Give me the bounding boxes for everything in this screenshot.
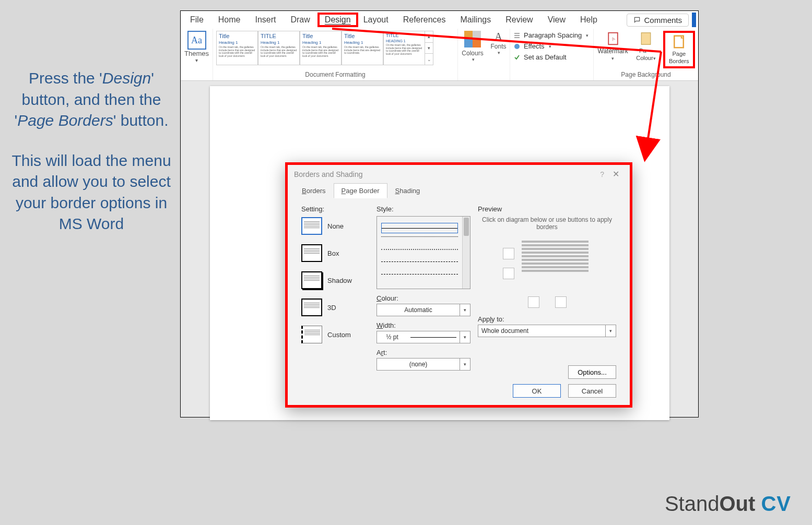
comments-button[interactable]: Comments [627,14,689,27]
page-colour-button[interactable]: Page Colour▾ [630,31,662,61]
dialog-tab-page-border[interactable]: Page Border [334,183,387,198]
tab-layout[interactable]: Layout [356,13,396,27]
page-colour-icon [638,31,654,46]
watermark-icon: A [605,31,621,46]
dialog-titlebar: Borders and Shading ? ✕ [288,165,630,183]
preview-page[interactable] [519,235,592,292]
style-thumb[interactable]: TitleHeading 1On the insert tab, the gal… [216,31,258,65]
style-thumb[interactable]: TitleHeading 1On the insert tab, the gal… [300,31,342,65]
options-button[interactable]: Options... [568,365,616,379]
help-icon[interactable]: ? [596,170,608,178]
style-column: Style: Colour: Automatic▾ Width: ½ pt▾ A… [376,205,470,388]
style-thumb[interactable]: TITLEHEADING 1On the insert tab, the gal… [383,31,425,65]
scrollbar[interactable] [462,217,470,289]
preview-hint: Click on diagram below or use buttons to… [478,216,616,231]
doc-format-label: Document Formatting [216,70,454,78]
page-bg-label: Page Background [597,70,695,78]
tab-help[interactable]: Help [573,13,605,27]
close-icon[interactable]: ✕ [608,169,623,179]
effects-button[interactable]: Effects▾ [512,41,591,52]
watermark-button[interactable]: A Watermark▾ [597,31,629,61]
tab-home[interactable]: Home [211,13,248,27]
page-borders-button[interactable]: Page Borders [663,31,695,68]
style-thumb[interactable]: TitleHeading 1On the insert tab, the gal… [342,31,383,65]
gallery-nav[interactable]: ▴▾⌄ [425,31,433,65]
instruction-text: Press the 'Design' button, and then the … [10,68,172,235]
colours-icon [464,31,481,47]
tab-file[interactable]: File [183,13,211,27]
colours-button[interactable]: Colours ▾ [458,29,487,80]
style-listbox[interactable] [376,216,470,289]
tab-insert[interactable]: Insert [248,13,283,27]
svg-point-0 [514,44,520,49]
comment-icon [633,16,641,23]
style-gallery[interactable]: TitleHeading 1On the insert tab, the gal… [216,31,454,65]
ribbon-tab-strip: File Home Insert Draw Design Layout Refe… [181,11,698,29]
word-window: File Home Insert Draw Design Layout Refe… [180,10,699,417]
tab-draw[interactable]: Draw [283,13,317,27]
fonts-button[interactable]: A Fonts ▾ [487,29,510,80]
dialog-tab-borders[interactable]: Borders [294,183,334,198]
themes-group: Aa Themes ▾ [181,29,213,80]
tab-review[interactable]: Review [498,13,540,27]
dialog-content: Setting: None Box Shadow 3D [294,200,623,393]
page-background-group: A Watermark▾ Page Colour▾ Page Borders P… [594,29,698,80]
tab-design[interactable]: Design [317,13,358,27]
paragraph-spacing-icon [513,32,521,39]
set-default-button[interactable]: Set as Default [512,52,591,63]
width-combo[interactable]: ½ pt▾ [376,331,470,343]
setting-3d[interactable]: 3D [301,299,369,316]
setting-none[interactable]: None [301,217,369,235]
cancel-button[interactable]: Cancel [568,384,616,398]
tab-mailings[interactable]: Mailings [453,13,499,27]
themes-label: Themes [184,50,209,57]
border-right-toggle[interactable] [555,296,567,308]
border-left-toggle[interactable] [528,296,539,308]
paragraph-spacing-button[interactable]: Paragraph Spacing▾ [512,30,591,41]
border-bottom-toggle[interactable] [503,268,514,279]
svg-rect-3 [641,33,651,45]
themes-icon[interactable]: Aa [187,31,206,50]
design-options-group: Paragraph Spacing▾ Effects▾ Set as Defau… [510,29,594,80]
brand-logo: StandOut CV [665,492,791,516]
dialog-tab-shading[interactable]: Shading [387,183,428,198]
setting-shadow[interactable]: Shadow [301,271,369,289]
tab-references[interactable]: References [396,13,453,27]
check-icon [513,54,521,61]
dialog-tabs: Borders Page Border Shading [288,183,630,198]
style-thumb[interactable]: TITLEHeading 1On the insert tab, the gal… [258,31,300,65]
tab-view[interactable]: View [540,13,573,27]
effects-icon [513,43,521,50]
art-combo[interactable]: (none)▾ [376,358,470,371]
fonts-icon: A [495,31,502,43]
ok-button[interactable]: OK [513,384,561,398]
setting-custom[interactable]: Custom [301,326,369,343]
borders-shading-dialog: Borders and Shading ? ✕ Borders Page Bor… [285,162,632,408]
page-borders-icon [671,34,687,50]
ribbon-body: Aa Themes ▾ TitleHeading 1On the insert … [181,29,698,81]
colour-combo[interactable]: Automatic▾ [376,304,470,316]
preview-column: Preview Click on diagram below or use bu… [478,205,616,388]
apply-combo[interactable]: Whole document▾ [478,325,616,337]
setting-box[interactable]: Box [301,244,369,262]
setting-column: Setting: None Box Shadow 3D [301,205,369,388]
chevron-down-icon[interactable]: ▾ [195,57,198,63]
border-top-toggle[interactable] [503,248,514,259]
share-edge [692,13,696,27]
svg-text:A: A [610,36,616,42]
document-formatting-group: TitleHeading 1On the insert tab, the gal… [213,29,458,80]
